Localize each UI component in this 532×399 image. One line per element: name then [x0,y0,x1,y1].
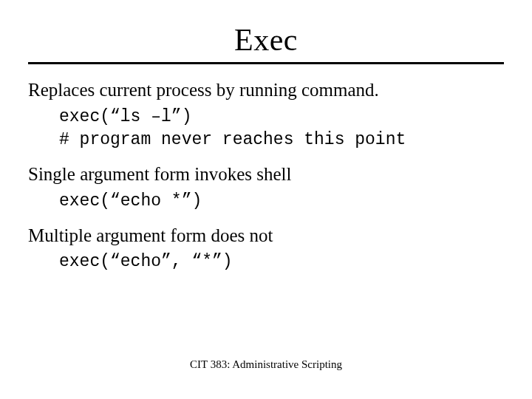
code-block-3: exec(“echo”, “*”) [59,250,504,273]
code-block-1: exec(“ls –l”) # program never reaches th… [59,106,504,151]
paragraph-1: Replaces current process by running comm… [28,78,504,103]
slide-container: Exec Replaces current process by running… [0,0,532,399]
slide-title: Exec [28,22,504,58]
slide-footer: CIT 383: Administrative Scripting [0,358,532,371]
paragraph-2: Single argument form invokes shell [28,162,504,187]
title-underline [28,62,504,64]
paragraph-3: Multiple argument form does not [28,223,504,248]
code-block-2: exec(“echo *”) [59,190,504,213]
